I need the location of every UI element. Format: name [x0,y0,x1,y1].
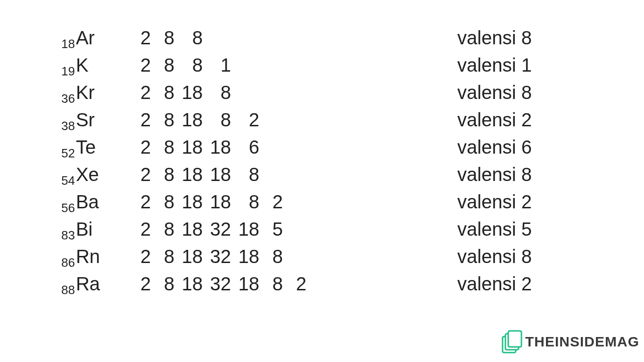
table-row: 38Sr281882valensi 2 [61,110,602,138]
shell-value: 2 [132,247,151,266]
shell-value: 18 [174,220,203,239]
shell-value: 18 [203,138,231,156]
shell-config: 281832188 [132,247,396,266]
atomic-number: 52 [61,147,75,159]
shell-value: 2 [132,220,151,239]
atomic-number: 18 [61,38,75,50]
table-row: 54Xe2818188valensi 8 [61,165,602,192]
valence-label: valensi 8 [396,247,602,266]
shell-value: 8 [151,83,174,102]
table-row: 88Ra2818321882valensi 2 [61,274,602,302]
shell-value: 6 [231,138,259,156]
shell-value: 2 [231,110,259,129]
shell-value: 5 [259,220,283,239]
element-cell: 18Ar [61,28,132,47]
shell-value: 2 [132,83,151,102]
element-symbol: Te [76,138,96,156]
valence-label: valensi 8 [396,28,602,47]
table-row: 18Ar288valensi 8 [61,28,602,56]
shell-value: 18 [203,192,231,211]
valence-label: valensi 1 [396,56,602,74]
shell-value: 18 [174,247,203,266]
shell-value: 8 [174,28,203,47]
element-cell: 88Ra [61,274,132,293]
shell-value: 18 [174,274,203,293]
valence-label: valensi 8 [396,83,602,102]
element-symbol: Sr [76,110,95,129]
shell-value: 8 [151,274,174,293]
shell-value: 18 [231,247,259,266]
table-row: 36Kr28188valensi 8 [61,83,602,110]
shell-config: 2881 [132,56,396,74]
shell-value: 2 [132,56,151,74]
element-cell: 36Kr [61,83,132,102]
valence-label: valensi 5 [396,220,602,239]
shell-value: 8 [151,247,174,266]
shell-value: 2 [132,110,151,129]
shell-value: 2 [132,274,151,293]
watermark: THEINSIDEMAG [502,330,639,354]
element-cell: 52Te [61,138,132,156]
shell-value: 8 [151,110,174,129]
shell-value: 8 [203,110,231,129]
page-canvas: 18Ar288valensi 819K2881valensi 136Kr2818… [0,0,644,362]
element-symbol: Rn [76,247,100,266]
shell-value: 2 [259,192,283,211]
element-cell: 83Bi [61,220,132,239]
shell-value: 8 [259,274,283,293]
electron-config-table: 18Ar288valensi 819K2881valensi 136Kr2818… [61,28,602,302]
shell-value: 18 [174,165,203,184]
table-row: 19K2881valensi 1 [61,56,602,83]
element-cell: 19K [61,56,132,74]
shell-value: 32 [203,274,231,293]
shell-value: 8 [151,28,174,47]
valence-label: valensi 2 [396,192,602,211]
shell-value: 8 [151,56,174,74]
watermark-text: THEINSIDEMAG [525,334,639,350]
atomic-number: 38 [61,120,75,132]
atomic-number: 88 [61,284,75,296]
table-row: 52Te2818186valensi 6 [61,138,602,165]
element-symbol: K [76,56,89,74]
table-row: 56Ba28181882valensi 2 [61,192,602,220]
shell-config: 288 [132,28,396,47]
element-symbol: Xe [76,165,99,184]
valence-label: valensi 2 [396,110,602,129]
element-cell: 86Rn [61,247,132,266]
valence-label: valensi 6 [396,138,602,156]
shell-config: 2818186 [132,138,396,156]
atomic-number: 56 [61,202,75,214]
shell-value: 18 [231,220,259,239]
element-cell: 54Xe [61,165,132,184]
shell-value: 2 [132,138,151,156]
element-cell: 38Sr [61,110,132,129]
atomic-number: 54 [61,174,75,187]
shell-value: 8 [151,192,174,211]
shell-value: 8 [231,165,259,184]
shell-value: 8 [231,192,259,211]
shell-value: 2 [132,165,151,184]
element-symbol: Ra [76,274,100,293]
page-stack-icon [502,330,522,354]
shell-config: 2818321882 [132,274,396,293]
shell-value: 18 [231,274,259,293]
shell-value: 8 [151,165,174,184]
element-symbol: Ar [76,28,95,47]
shell-value: 32 [203,247,231,266]
shell-value: 2 [132,28,151,47]
shell-config: 28181882 [132,192,396,211]
shell-value: 2 [132,192,151,211]
shell-value: 32 [203,220,231,239]
shell-value: 18 [203,165,231,184]
atomic-number: 36 [61,92,75,105]
element-symbol: Kr [76,83,95,102]
valence-label: valensi 8 [396,165,602,184]
atomic-number: 19 [61,65,75,77]
element-symbol: Bi [76,220,93,239]
shell-value: 8 [151,220,174,239]
shell-value: 8 [174,56,203,74]
valence-label: valensi 2 [396,274,602,293]
svg-rect-2 [508,331,521,347]
shell-value: 8 [203,83,231,102]
shell-value: 2 [283,274,306,293]
